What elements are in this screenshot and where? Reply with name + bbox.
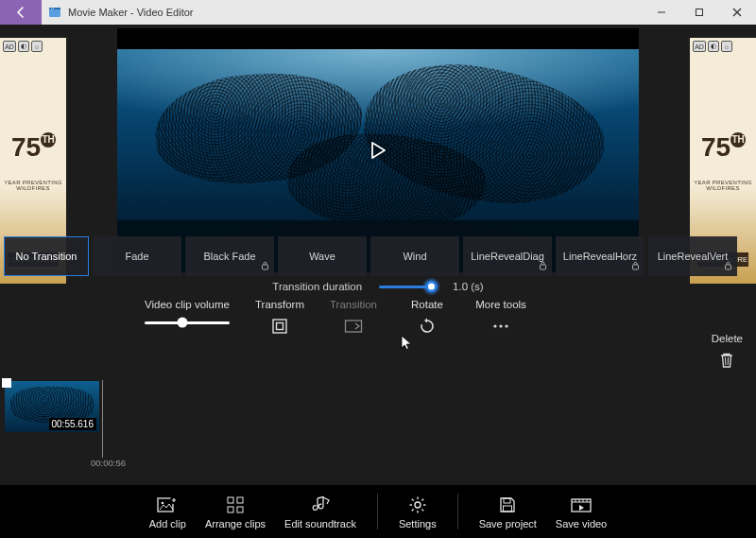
transition-item-blackfade[interactable]: Black Fade xyxy=(185,236,274,276)
ad-badge-icon: AD xyxy=(693,41,706,52)
app-icon xyxy=(47,5,62,20)
ad-badge-icon: AD xyxy=(3,41,16,52)
slider-thumb[interactable] xyxy=(425,281,438,293)
more-tools[interactable]: More tools xyxy=(472,299,529,337)
tool-label: Add clip xyxy=(149,518,186,529)
transition-label: No Transition xyxy=(16,251,77,262)
lock-icon xyxy=(631,261,640,272)
gear-icon xyxy=(405,495,430,515)
maximize-icon xyxy=(695,8,704,17)
play-icon xyxy=(369,141,387,160)
ad-subtitle: YEAR PREVENTING WILDFIRES xyxy=(693,180,753,191)
transition-item-linerevealvert[interactable]: LineRevealVert xyxy=(648,236,737,276)
save-icon xyxy=(495,495,520,515)
rotate-tool[interactable]: Rotate xyxy=(399,299,455,337)
svg-rect-9 xyxy=(541,265,546,269)
settings-button[interactable]: Settings xyxy=(391,495,444,529)
svg-rect-11 xyxy=(726,265,731,269)
transition-item-fade[interactable]: Fade xyxy=(93,236,181,276)
volume-tool: Video clip volume xyxy=(140,299,234,329)
transition-item-wind[interactable]: Wind xyxy=(370,236,459,276)
mouse-cursor xyxy=(401,335,414,354)
svg-line-32 xyxy=(412,498,414,500)
timeline-clip[interactable]: 00:55.616 xyxy=(4,380,100,433)
clip-marker-icon xyxy=(2,378,11,388)
svg-line-33 xyxy=(421,509,423,511)
play-button[interactable] xyxy=(364,136,392,165)
transition-item-linerevealdiag[interactable]: LineRevealDiag xyxy=(463,236,552,276)
close-icon xyxy=(732,8,742,17)
transition-item-none[interactable]: No Transition xyxy=(4,236,89,276)
close-button[interactable] xyxy=(718,0,756,25)
save-project-button[interactable]: Save project xyxy=(472,495,544,529)
transform-tool[interactable]: Transform xyxy=(251,299,308,337)
transition-item-wave[interactable]: Wave xyxy=(278,236,367,276)
edit-soundtrack-button[interactable]: Edit soundtrack xyxy=(277,495,364,529)
arrange-icon xyxy=(223,495,248,515)
svg-rect-5 xyxy=(696,9,703,16)
svg-rect-23 xyxy=(228,497,233,503)
svg-rect-26 xyxy=(237,507,243,512)
tool-label: Transition xyxy=(330,299,377,310)
svg-rect-36 xyxy=(504,498,510,503)
svg-rect-10 xyxy=(633,265,639,269)
tool-label: Settings xyxy=(399,518,437,529)
svg-rect-13 xyxy=(277,323,284,330)
lock-icon xyxy=(261,261,269,272)
transform-icon xyxy=(269,316,290,337)
lock-icon xyxy=(539,261,547,272)
timeline[interactable]: 00:55.616 00:00:56 xyxy=(0,380,756,465)
transition-tool[interactable]: Transition xyxy=(325,299,382,337)
svg-line-35 xyxy=(421,498,423,500)
tool-label: Rotate xyxy=(411,299,443,310)
more-icon xyxy=(490,316,511,337)
tool-label: Arrange clips xyxy=(205,518,266,529)
svg-point-3 xyxy=(53,8,54,9)
tool-label: Delete xyxy=(712,333,743,344)
tool-label: Save project xyxy=(479,518,537,529)
transition-item-linerevealhorz[interactable]: LineRevealHorz xyxy=(556,236,644,276)
transition-label: Fade xyxy=(125,251,148,262)
delete-tool[interactable]: Delete xyxy=(712,333,743,371)
ad-info-icon: ◐ xyxy=(708,41,719,52)
tool-label: Edit soundtrack xyxy=(284,518,356,529)
transition-label: Wind xyxy=(403,251,426,262)
svg-point-17 xyxy=(505,324,507,327)
svg-rect-8 xyxy=(263,265,268,269)
rotate-icon xyxy=(417,316,438,337)
svg-point-21 xyxy=(162,501,164,504)
ad-info-icon: ◐ xyxy=(18,41,29,52)
transition-icon xyxy=(343,316,364,337)
tool-label: More tools xyxy=(475,299,526,310)
save-video-icon xyxy=(569,495,593,515)
svg-point-15 xyxy=(493,324,496,327)
ad-settings-icon: ☼ xyxy=(721,41,732,52)
svg-point-27 xyxy=(415,502,421,508)
ad-settings-icon: ☼ xyxy=(31,41,43,52)
transition-duration-row: Transition duration 1.0 (s) xyxy=(117,280,639,293)
transition-label: Wave xyxy=(309,251,335,262)
titlebar: Movie Maker - Video Editor xyxy=(0,0,756,25)
ad-logo: 75TH xyxy=(11,132,56,163)
arrange-clips-button[interactable]: Arrange clips xyxy=(198,495,273,529)
tool-label: Transform xyxy=(255,299,304,310)
transition-list: No Transition Fade Black Fade Wave Wind … xyxy=(0,236,756,276)
svg-rect-38 xyxy=(572,499,591,512)
duration-value: 1.0 (s) xyxy=(453,281,484,292)
separator xyxy=(457,494,458,529)
add-clip-button[interactable]: Add clip xyxy=(142,495,194,529)
back-button[interactable] xyxy=(0,0,42,25)
slider-thumb[interactable] xyxy=(178,318,188,328)
minimize-button[interactable] xyxy=(643,0,680,25)
clip-duration: 00:55.616 xyxy=(49,418,97,430)
duration-label: Transition duration xyxy=(272,281,362,292)
minimize-icon xyxy=(657,8,666,17)
soundtrack-icon xyxy=(308,495,333,515)
duration-slider[interactable] xyxy=(379,280,436,293)
volume-slider[interactable] xyxy=(145,316,230,329)
trash-icon xyxy=(716,350,737,371)
playhead[interactable] xyxy=(102,380,103,458)
svg-point-2 xyxy=(51,8,52,9)
maximize-button[interactable] xyxy=(680,0,718,25)
save-video-button[interactable]: Save video xyxy=(548,495,614,529)
